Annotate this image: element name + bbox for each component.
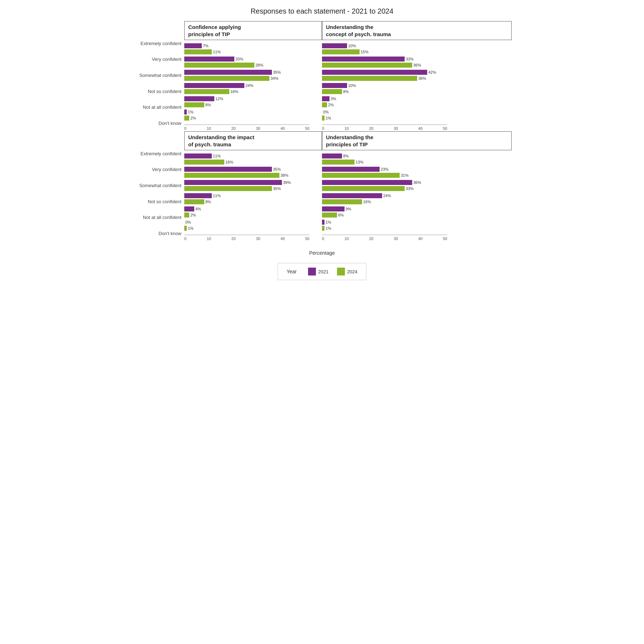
x-tick-0: 0 bbox=[322, 126, 324, 131]
legend: Year 2021 2024 bbox=[278, 263, 366, 280]
bar-row-2021-0: 11% bbox=[184, 153, 322, 159]
legend-item-2021: 2021 bbox=[308, 268, 328, 275]
bar-label-2021-2: 42% bbox=[428, 70, 436, 74]
bar-group-0: 10%15% bbox=[322, 43, 512, 55]
legend-title: Year bbox=[287, 269, 297, 274]
y-labels-bottom-left: Extremely confidentVery confidentSomewha… bbox=[132, 131, 184, 241]
x-tick-0: 0 bbox=[184, 236, 186, 241]
bar-row-2021-2: 36% bbox=[322, 180, 512, 185]
y-label-3: Not so confident bbox=[132, 195, 181, 208]
legend-item-2024: 2024 bbox=[337, 268, 357, 275]
panel-right-top-left: Confidence applying principles of TIP7%1… bbox=[184, 21, 322, 131]
chart-cell-bottom-left: Extremely confidentVery confidentSomewha… bbox=[132, 131, 322, 241]
bar-row-2024-4: 6% bbox=[322, 212, 512, 218]
bar-label-2024-2: 33% bbox=[406, 186, 414, 191]
bar-row-2024-4: 2% bbox=[322, 102, 512, 108]
bar-2024-3 bbox=[322, 89, 342, 94]
bar-label-2024-1: 36% bbox=[413, 63, 421, 67]
bar-row-2024-1: 31% bbox=[322, 172, 512, 178]
y-label-1: Very confident bbox=[132, 53, 181, 66]
bar-label-2024-1: 31% bbox=[401, 173, 409, 177]
chart-title-top-left: Confidence applying principles of TIP bbox=[184, 21, 322, 40]
bar-label-2024-1: 28% bbox=[255, 63, 263, 67]
bar-row-2021-1: 33% bbox=[322, 56, 512, 62]
bar-label-2021-3: 10% bbox=[348, 83, 356, 88]
bar-row-2024-1: 28% bbox=[184, 62, 322, 68]
bar-2021-4 bbox=[322, 96, 330, 101]
bar-label-2021-2: 36% bbox=[413, 180, 421, 185]
bar-row-2024-4: 2% bbox=[184, 212, 322, 218]
bar-label-2021-1: 33% bbox=[406, 57, 414, 61]
y-label-0: Extremely confident bbox=[132, 147, 181, 160]
bar-2021-5 bbox=[184, 109, 187, 114]
bar-2021-2 bbox=[322, 180, 412, 185]
bar-2021-4 bbox=[322, 206, 345, 211]
bar-label-2021-0: 11% bbox=[213, 154, 221, 158]
x-tick-20: 20 bbox=[369, 236, 373, 241]
bar-row-2024-0: 11% bbox=[184, 49, 322, 55]
bar-row-2024-2: 33% bbox=[322, 186, 512, 191]
bar-group-5: 0%1% bbox=[322, 109, 512, 121]
bar-group-3: 24%18% bbox=[184, 83, 322, 94]
bar-row-2024-1: 36% bbox=[322, 62, 512, 68]
bar-label-2024-5: 1% bbox=[326, 116, 331, 120]
bar-row-2024-3: 18% bbox=[184, 89, 322, 94]
bar-label-2024-3: 18% bbox=[230, 89, 238, 94]
bar-2024-2 bbox=[322, 186, 405, 191]
bar-group-5: 0%1% bbox=[184, 219, 322, 231]
bar-label-2024-0: 16% bbox=[225, 160, 233, 164]
bar-2021-2 bbox=[184, 180, 282, 185]
bar-row-2021-4: 9% bbox=[322, 206, 512, 212]
bar-2021-0 bbox=[184, 43, 202, 48]
bar-row-2024-5: 1% bbox=[322, 115, 512, 121]
bar-label-2024-3: 16% bbox=[363, 200, 371, 204]
bar-2024-5 bbox=[184, 226, 187, 231]
x-tick-20: 20 bbox=[231, 126, 235, 131]
bar-label-2021-4: 3% bbox=[331, 97, 336, 101]
bar-row-2021-4: 4% bbox=[184, 206, 322, 212]
bar-label-2021-5: 1% bbox=[188, 110, 194, 114]
bar-group-3: 10%8% bbox=[322, 83, 512, 94]
x-tick-50: 50 bbox=[305, 126, 309, 131]
bar-2021-1 bbox=[184, 57, 234, 62]
bar-label-2024-1: 38% bbox=[280, 173, 288, 177]
bar-row-2024-2: 34% bbox=[184, 75, 322, 81]
x-tick-40: 40 bbox=[280, 236, 285, 241]
panel-right-bottom-left: Understanding the impact of psych. traum… bbox=[184, 131, 322, 241]
bar-group-5: 1%1% bbox=[322, 219, 512, 231]
bar-2024-5 bbox=[184, 116, 189, 121]
bar-row-2024-5: 2% bbox=[184, 115, 322, 121]
bar-row-2021-0: 10% bbox=[322, 43, 512, 49]
x-tick-50: 50 bbox=[443, 236, 447, 241]
bar-label-2021-1: 20% bbox=[235, 57, 243, 61]
x-tick-30: 30 bbox=[394, 236, 398, 241]
x-tick-10: 10 bbox=[345, 236, 349, 241]
bar-2021-2 bbox=[322, 70, 427, 75]
x-axis-label: Percentage bbox=[309, 250, 335, 256]
legend-swatch-2021 bbox=[308, 268, 316, 275]
bar-label-2024-0: 13% bbox=[356, 160, 364, 164]
x-tick-0: 0 bbox=[322, 236, 324, 241]
y-label-5: Don't know bbox=[132, 117, 181, 130]
bar-2024-1 bbox=[184, 63, 254, 68]
chart-main-title: Responses to each statement - 2021 to 20… bbox=[132, 7, 512, 15]
x-tick-40: 40 bbox=[418, 236, 423, 241]
bar-group-1: 33%36% bbox=[322, 56, 512, 68]
bar-label-2024-5: 1% bbox=[326, 226, 331, 230]
bar-label-2021-5: 0% bbox=[185, 220, 191, 224]
bar-label-2021-3: 24% bbox=[245, 83, 253, 88]
bar-label-2021-1: 35% bbox=[273, 167, 281, 171]
y-label-4: Not at all confident bbox=[132, 101, 181, 114]
bar-label-2024-3: 8% bbox=[343, 89, 349, 94]
bar-row-2021-4: 12% bbox=[184, 96, 322, 102]
bars-container-top-right: 10%15%33%36%42%38%10%8%3%2%0%1% bbox=[322, 42, 512, 125]
bar-label-2024-4: 6% bbox=[338, 213, 344, 217]
bar-label-2024-2: 35% bbox=[273, 186, 281, 191]
bar-group-3: 11%8% bbox=[184, 193, 322, 205]
bar-group-2: 42%38% bbox=[322, 69, 512, 81]
bar-group-4: 3%2% bbox=[322, 96, 512, 108]
bar-row-2021-5: 1% bbox=[322, 219, 512, 225]
bar-2024-2 bbox=[322, 76, 417, 81]
bar-2021-0 bbox=[184, 153, 212, 158]
bar-group-5: 1%2% bbox=[184, 109, 322, 121]
